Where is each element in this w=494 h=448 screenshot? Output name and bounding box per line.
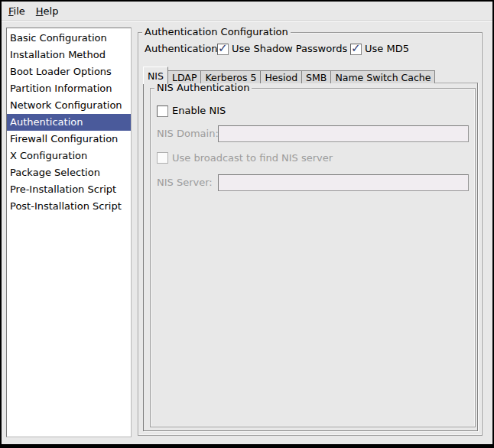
kickstart-configurator-window: File Help Basic Configuration Installati…	[0, 0, 494, 448]
sidebar-item-installation-method[interactable]: Installation Method	[7, 47, 131, 63]
authentication-label: Authentication:	[145, 43, 221, 55]
enable-nis-checkbox[interactable]	[157, 106, 168, 117]
sidebar-item-partition-information[interactable]: Partition Information	[7, 80, 131, 97]
tab-smb[interactable]: SMB	[301, 70, 331, 83]
tab-hesiod[interactable]: Hesiod	[260, 70, 302, 83]
nis-group-title: NIS Authentication	[154, 82, 252, 94]
menu-file[interactable]: File	[3, 3, 31, 19]
nis-authentication-group: NIS Authentication Enable NIS NIS Domain…	[150, 88, 476, 427]
auth-tab-bar: NIS LDAP Kerberos 5 Hesiod SMB Name Swit…	[143, 66, 434, 83]
section-list: Basic Configuration Installation Method …	[6, 28, 132, 437]
sidebar-item-package-selection[interactable]: Package Selection	[7, 164, 131, 181]
sidebar-item-firewall-configuration[interactable]: Firewall Configuration	[7, 131, 131, 148]
authentication-configuration-group: Authentication Configuration Authenticat…	[138, 32, 483, 436]
use-md5-checkbox[interactable]: ✓	[350, 44, 362, 55]
nis-domain-label: NIS Domain:	[157, 128, 219, 140]
tab-name-switch-cache[interactable]: Name Switch Cache	[330, 70, 435, 83]
sidebar-item-pre-installation-script[interactable]: Pre-Installation Script	[7, 181, 131, 198]
tab-kerberos-5[interactable]: Kerberos 5	[200, 70, 261, 83]
checkmark-icon: ✓	[351, 41, 361, 55]
sidebar-item-x-configuration[interactable]: X Configuration	[7, 148, 131, 164]
use-broadcast-label: Use broadcast to find NIS server	[172, 152, 333, 164]
use-broadcast-checkbox[interactable]	[157, 152, 168, 164]
nis-tab-page: NIS Authentication Enable NIS NIS Domain…	[143, 83, 478, 431]
use-md5-label[interactable]: Use MD5	[365, 43, 409, 55]
sidebar-item-authentication[interactable]: Authentication	[7, 114, 131, 131]
nis-server-label: NIS Server:	[157, 177, 213, 189]
group-title: Authentication Configuration	[142, 26, 291, 38]
checkmark-icon: ✓	[218, 41, 228, 55]
tab-nis[interactable]: NIS	[143, 67, 168, 84]
tab-ldap[interactable]: LDAP	[167, 70, 201, 83]
sidebar-item-network-configuration[interactable]: Network Configuration	[7, 97, 131, 114]
menu-bar: File Help	[2, 2, 492, 21]
nis-domain-input[interactable]	[218, 125, 469, 142]
sidebar-item-basic-configuration[interactable]: Basic Configuration	[7, 30, 131, 47]
use-shadow-passwords-checkbox[interactable]: ✓	[217, 44, 229, 55]
use-shadow-passwords-label[interactable]: Use Shadow Passwords	[232, 43, 347, 55]
enable-nis-label[interactable]: Enable NIS	[172, 105, 226, 117]
sidebar-item-post-installation-script[interactable]: Post-Installation Script	[7, 198, 131, 215]
nis-server-input[interactable]	[218, 174, 469, 191]
sidebar-item-boot-loader-options[interactable]: Boot Loader Options	[7, 63, 131, 80]
menu-help[interactable]: Help	[31, 3, 64, 19]
